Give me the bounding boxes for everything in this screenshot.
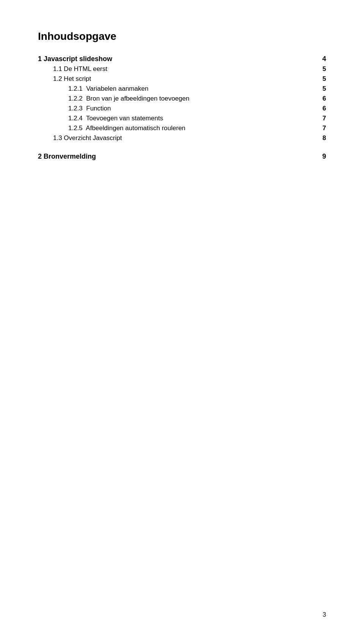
toc-row: 1.2.4 Toevoegen van statements7	[38, 113, 326, 123]
toc-row-label: 1.1 De HTML eerst	[38, 65, 107, 73]
toc-row-label: 1.2.4 Toevoegen van statements	[38, 115, 163, 122]
toc-row: 1.2.5 Afbeeldingen automatisch rouleren7	[38, 123, 326, 133]
toc-row-label: 1.2.5 Afbeeldingen automatisch rouleren	[38, 124, 185, 132]
toc-row: 1.2 Het script5	[38, 74, 326, 84]
toc-row-page: 5	[318, 85, 326, 93]
toc-row: 1 Javascript slideshow4	[38, 54, 326, 64]
toc-row: 1.2.3 Function6	[38, 104, 326, 113]
toc-row-label: 1.2 Het script	[38, 75, 91, 83]
toc-gap	[38, 143, 326, 151]
toc-row-label: 1.2.3 Function	[38, 105, 111, 112]
toc-row-page: 9	[318, 153, 326, 161]
toc-row: 2 Bronvermelding9	[38, 151, 326, 162]
toc-row-page: 6	[318, 105, 326, 112]
toc-row-label: 1.2.1 Variabelen aanmaken	[38, 85, 148, 93]
toc-row-label: 1.3 Overzicht Javascript	[38, 134, 122, 142]
toc-row-page: 6	[318, 95, 326, 102]
toc-row-label: 1.2.2 Bron van je afbeeldingen toevoegen	[38, 95, 189, 102]
toc-row-label: 1 Javascript slideshow	[38, 55, 112, 63]
toc-row: 1.1 De HTML eerst5	[38, 64, 326, 74]
toc-row-page: 7	[318, 124, 326, 132]
toc-row-page: 5	[318, 65, 326, 73]
toc-row: 1.3 Overzicht Javascript8	[38, 133, 326, 143]
page-number: 3	[323, 611, 326, 618]
toc-row-label: 2 Bronvermelding	[38, 153, 96, 161]
page: Inhoudsopgave 1 Javascript slideshow41.1…	[0, 0, 364, 641]
toc-row-page: 7	[318, 115, 326, 122]
toc-row-page: 5	[318, 75, 326, 83]
toc-heading: Inhoudsopgave	[38, 30, 326, 43]
toc-row: 1.2.2 Bron van je afbeeldingen toevoegen…	[38, 94, 326, 104]
toc-row-page: 8	[318, 134, 326, 142]
toc-row-page: 4	[318, 55, 326, 63]
toc-row: 1.2.1 Variabelen aanmaken5	[38, 84, 326, 94]
toc-container: 1 Javascript slideshow41.1 De HTML eerst…	[38, 54, 326, 162]
